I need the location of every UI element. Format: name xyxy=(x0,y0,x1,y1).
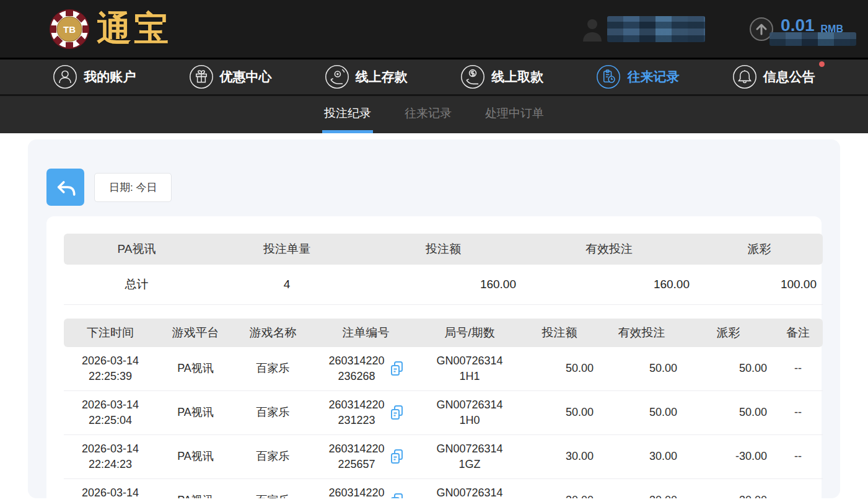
bet-number: 260314220236268 xyxy=(328,353,385,384)
records-panel: 日期: 今日 PA视讯 投注单量 投注额 有效投注 派彩 总计 xyxy=(28,139,840,498)
bet-remark: -- xyxy=(773,434,823,478)
bet-number: 260314220231223 xyxy=(328,397,385,428)
bet-payout: 50.00 xyxy=(683,347,773,391)
nav-label: 信息公告 xyxy=(763,68,815,86)
summary-total-amount: 160.00 xyxy=(364,265,522,304)
bet-valid: 30.00 xyxy=(600,434,683,478)
svg-text:TB: TB xyxy=(63,24,76,35)
bets-header-time: 下注时间 xyxy=(64,319,157,347)
bet-platform: PA视讯 xyxy=(157,347,234,391)
table-row: 2026-03-14 22:25:39 PA视讯 百家乐 26031422023… xyxy=(64,347,823,391)
top-header: TB 通宝 0.01 RMB xyxy=(0,0,868,59)
gift-icon xyxy=(189,64,214,89)
bet-platform: PA视讯 xyxy=(157,434,234,478)
bet-payout: -30.00 xyxy=(683,434,773,478)
bet-number: 260314220225657 xyxy=(328,441,385,472)
deposit-icon xyxy=(325,64,349,89)
sub-nav-tabs: 投注纪录 往来记录 处理中订单 xyxy=(0,96,868,133)
bet-game: 百家乐 xyxy=(234,390,312,434)
user-area: 0.01 RMB xyxy=(581,15,843,43)
nav-item-deposit[interactable]: 线上存款 xyxy=(325,64,408,89)
back-arrow-icon xyxy=(53,174,79,200)
nav-item-transaction-records[interactable]: 往来记录 xyxy=(596,64,679,89)
bet-remark: -- xyxy=(773,390,823,434)
copy-icon[interactable] xyxy=(390,493,404,499)
main-nav: 我的账户 优惠中心 线上存款 线上取款 xyxy=(0,59,868,96)
summary-header-valid: 有效投注 xyxy=(522,234,696,265)
brand-logo[interactable]: TB 通宝 xyxy=(48,6,171,53)
table-row: 2026-03-14 22:23:48 PA视讯 百家乐 26031422022… xyxy=(64,478,823,498)
nav-item-withdraw[interactable]: 线上取款 xyxy=(460,64,543,89)
summary-total-count: 4 xyxy=(209,265,364,304)
summary-header-payout: 派彩 xyxy=(696,234,823,265)
date-filter[interactable]: 日期: 今日 xyxy=(94,173,172,202)
round-number: GN007263141H1 xyxy=(434,353,505,384)
nav-label: 优惠中心 xyxy=(220,68,272,86)
censored-username-block xyxy=(607,16,705,42)
bet-valid: 30.00 xyxy=(600,478,683,498)
user-icon xyxy=(53,64,77,89)
bets-header-amount: 投注额 xyxy=(519,319,600,347)
copy-icon[interactable] xyxy=(390,405,404,421)
bet-number: 260314220220908 xyxy=(328,485,385,499)
records-card: PA视讯 投注单量 投注额 有效投注 派彩 总计 4 160.00 160.00… xyxy=(46,216,822,498)
bet-valid: 50.00 xyxy=(600,347,683,391)
balance-widget[interactable]: 0.01 RMB xyxy=(748,16,843,42)
bets-header-bet-no: 注单编号 xyxy=(312,319,420,347)
copy-icon[interactable] xyxy=(390,361,404,377)
bets-header-platform: 游戏平台 xyxy=(157,319,234,347)
bet-game: 百家乐 xyxy=(234,434,312,478)
nav-label: 往来记录 xyxy=(627,68,679,86)
brand-name: 通宝 xyxy=(97,6,171,53)
round-number: GN007263141GZ xyxy=(434,441,505,472)
summary-total-row: 总计 4 160.00 160.00 100.00 xyxy=(64,265,823,304)
poker-chip-logo-icon: TB xyxy=(48,8,90,50)
bet-payout: 50.00 xyxy=(683,390,773,434)
summary-header-row: PA视讯 投注单量 投注额 有效投注 派彩 xyxy=(64,234,823,265)
back-button[interactable] xyxy=(46,169,84,206)
tab-transaction-records[interactable]: 往来记录 xyxy=(403,96,454,133)
summary-total-payout: 100.00 xyxy=(696,265,823,304)
bet-platform: PA视讯 xyxy=(157,390,234,434)
username-censored[interactable] xyxy=(581,15,705,43)
bet-amount: 50.00 xyxy=(519,347,600,391)
nav-item-promotions[interactable]: 优惠中心 xyxy=(189,64,272,89)
nav-label: 我的账户 xyxy=(84,68,136,86)
summary-header-amount: 投注额 xyxy=(364,234,522,265)
bet-amount: 50.00 xyxy=(519,390,600,434)
bet-game: 百家乐 xyxy=(234,347,312,391)
bet-valid: 50.00 xyxy=(600,390,683,434)
copy-icon[interactable] xyxy=(390,449,404,465)
bet-remark: -- xyxy=(773,347,823,391)
user-avatar-icon xyxy=(581,15,603,43)
bets-header-game: 游戏名称 xyxy=(234,319,312,347)
summary-table: PA视讯 投注单量 投注额 有效投注 派彩 总计 4 160.00 160.00… xyxy=(64,234,823,305)
summary-total-valid: 160.00 xyxy=(522,265,696,304)
bets-header-row: 下注时间 游戏平台 游戏名称 注单编号 局号/期数 投注额 有效投注 派彩 备注 xyxy=(64,319,823,347)
censored-balance-block xyxy=(769,32,856,46)
table-row: 2026-03-14 22:24:23 PA视讯 百家乐 26031422022… xyxy=(64,434,823,478)
round-number: GN007263141GY xyxy=(434,485,505,499)
bets-header-valid: 有效投注 xyxy=(600,319,683,347)
withdraw-icon xyxy=(460,64,485,89)
nav-item-my-account[interactable]: 我的账户 xyxy=(53,64,136,89)
bet-time: 2026-03-14 22:25:04 xyxy=(76,397,145,428)
bet-time: 2026-03-14 22:23:48 xyxy=(76,485,145,499)
nav-item-announcements[interactable]: 信息公告 xyxy=(732,64,815,89)
records-icon xyxy=(596,64,621,89)
bet-payout: 30.00 xyxy=(683,478,773,498)
bet-game: 百家乐 xyxy=(234,478,312,498)
nav-label: 线上存款 xyxy=(356,68,408,86)
tab-bet-records[interactable]: 投注纪录 xyxy=(322,96,373,133)
bet-remark: -- xyxy=(773,478,823,498)
bet-time: 2026-03-14 22:24:23 xyxy=(76,441,145,472)
nav-label: 线上取款 xyxy=(491,68,543,86)
bet-time: 2026-03-14 22:25:39 xyxy=(76,353,145,384)
table-row: 2026-03-14 22:25:04 PA视讯 百家乐 26031422023… xyxy=(64,390,823,434)
bell-icon xyxy=(732,64,757,89)
notification-badge-dot xyxy=(819,61,825,67)
bets-header-round: 局号/期数 xyxy=(420,319,519,347)
bets-header-payout: 派彩 xyxy=(683,319,773,347)
summary-header-count: 投注单量 xyxy=(209,234,364,265)
tab-processing-orders[interactable]: 处理中订单 xyxy=(483,96,546,133)
